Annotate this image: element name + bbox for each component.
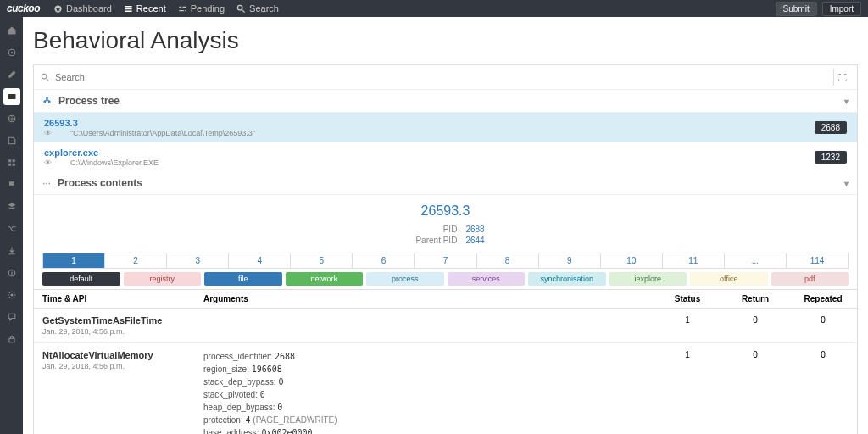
sidebar-edit[interactable] [3,66,20,83]
grid-icon [7,158,17,168]
api-time: Jan. 29, 2018, 4:56 p.m. [42,327,203,336]
page-button[interactable]: 4 [229,253,291,269]
sidebar [0,17,23,434]
sidebar-comment[interactable] [3,309,20,326]
submit-button[interactable]: Submit [776,2,817,16]
nav-dashboard[interactable]: Dashboard [50,3,115,14]
sidebar-home[interactable] [3,22,20,39]
expand-button[interactable]: ⛶ [833,69,850,86]
process-tree-header[interactable]: Process tree ▾ [34,90,857,113]
filter-pdf[interactable]: pdf [771,272,849,286]
dashboard-icon [53,4,63,14]
api-name: NtAllocateVirtualMemory [42,350,203,360]
info-icon [7,268,17,278]
sidebar-globe[interactable] [3,110,20,127]
download-icon [7,246,17,256]
nav-recent[interactable]: Recent [120,3,170,14]
home-icon [7,25,17,36]
filter-process[interactable]: process [366,272,444,286]
meta-container: PID2688Parent PID2644 [34,224,857,246]
lock-icon [7,334,17,344]
table-row: GetSystemTimeAsFileTimeJan. 29, 2018, 4:… [34,309,857,343]
main-content: Behavioral Analysis ⛶ Process tree ▾ 265… [23,17,868,434]
tree-path: C:\Windows\Explorer.EXE [70,159,159,167]
filter-services[interactable]: services [448,272,526,286]
page-button[interactable]: 2 [105,253,167,269]
page-button[interactable]: 6 [353,253,415,269]
sidebar-flag[interactable] [3,176,20,193]
page-button[interactable]: 9 [539,253,601,269]
page-button[interactable]: 114 [787,253,849,269]
nav-search[interactable]: Search [233,3,282,14]
sidebar-target[interactable] [3,44,20,61]
sliders-icon [178,4,187,14]
page-button[interactable]: 3 [167,253,229,269]
flag-icon [7,180,17,190]
filter-network[interactable]: network [286,272,364,286]
page-title: Behavioral Analysis [33,27,858,54]
shuffle-icon [7,224,17,234]
tree-icon [42,97,52,106]
contents-title: 26593.3 [34,195,857,224]
page-button[interactable]: 5 [291,253,353,269]
page-button[interactable]: 11 [663,253,725,269]
nav-pending[interactable]: Pending [175,3,228,14]
process-contents-header[interactable]: ⋯ Process contents ▾ [34,172,857,195]
sidebar-settings[interactable] [3,287,20,303]
svg-point-2 [10,52,12,53]
sidebar-download[interactable] [3,242,20,259]
gear-icon [7,290,17,300]
svg-point-0 [237,5,242,10]
page-button[interactable]: 8 [477,253,539,269]
search-input[interactable] [55,72,833,82]
page-button[interactable]: 10 [601,253,663,269]
svg-rect-6 [9,338,14,342]
sidebar-list2[interactable] [3,154,20,171]
comment-icon [7,312,17,322]
list-icon [124,4,133,14]
sidebar-info[interactable] [3,264,20,281]
sidebar-behavior[interactable] [3,88,20,105]
eye-icon: 👁 [44,129,52,137]
logo[interactable]: cuckoo [7,3,40,14]
sidebar-shuffle[interactable] [3,220,20,237]
page-button[interactable]: ... [725,253,787,269]
filter-registry[interactable]: registry [124,272,202,286]
page-button[interactable]: 7 [415,253,476,269]
tree-name: explorer.exe [44,147,159,158]
search-icon [41,73,50,82]
filter-synchronisation[interactable]: synchronisation [528,272,606,286]
filter-office[interactable]: office [690,272,768,286]
globe-icon [7,114,17,124]
filter-default[interactable]: default [42,272,120,286]
meta-row: Parent PID2644 [34,235,857,246]
api-name: GetSystemTimeAsFileTime [42,315,203,326]
search-icon [236,4,246,14]
sidebar-layers[interactable] [3,198,20,215]
pid-badge: 2688 [815,121,847,134]
meta-row: PID2688 [34,224,857,235]
layers-icon [7,202,17,212]
filter-iexplore[interactable]: iexplore [609,272,687,286]
svg-point-5 [10,294,13,297]
tree-row[interactable]: explorer.exe👁C:\Windows\Explorer.EXE1232 [34,142,857,172]
filter-file[interactable]: file [204,272,282,286]
filter-row: defaultregistryfilenetworkprocessservice… [42,272,849,286]
table-body: GetSystemTimeAsFileTimeJan. 29, 2018, 4:… [34,309,857,434]
table-row: NtAllocateVirtualMemoryJan. 29, 2018, 4:… [34,343,857,434]
pagination: 1234567891011...114 [42,253,849,269]
panel: ⛶ Process tree ▾ 26593.3👁"C:\Users\Admin… [33,64,858,434]
tree-container: 26593.3👁"C:\Users\Administrator\AppData\… [34,113,857,172]
nav-links: Dashboard Recent Pending Search [50,3,282,14]
activity-icon [7,92,17,102]
chevron-down-icon: ▾ [844,179,849,188]
files-icon [7,136,17,146]
sidebar-files[interactable] [3,132,20,149]
sidebar-lock[interactable] [3,331,20,348]
eye-icon: 👁 [44,159,52,167]
top-nav: cuckoo Dashboard Recent Pending Search S… [0,0,868,17]
target-icon [7,47,17,58]
tree-row[interactable]: 26593.3👁"C:\Users\Administrator\AppData\… [34,113,857,142]
import-button[interactable]: Import [822,2,861,16]
page-button[interactable]: 1 [42,253,105,269]
